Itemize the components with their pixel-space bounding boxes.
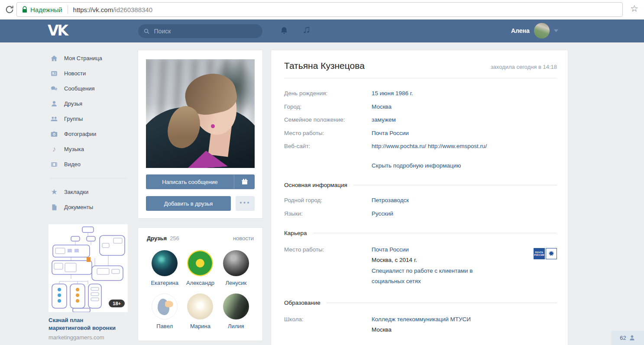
friend-item[interactable]: Екатерина xyxy=(151,250,178,286)
divider xyxy=(284,78,557,78)
music-note-icon[interactable]: ♫ xyxy=(302,24,311,35)
photos-icon xyxy=(50,130,58,139)
sidebar-item-label: Группы xyxy=(64,116,83,122)
ad-flowchart-graphic xyxy=(49,224,128,312)
friend-item[interactable]: Павел xyxy=(152,293,178,329)
friends-title[interactable]: Друзья xyxy=(147,235,167,242)
education-row: Школа: Колледж телекоммуникаций МТУСИ Мо… xyxy=(284,314,557,335)
career-period: Москва, с 2014 г. xyxy=(372,255,504,266)
friend-item[interactable]: Александр xyxy=(186,250,214,286)
groups-icon xyxy=(50,115,58,123)
friend-name[interactable]: Павел xyxy=(156,323,173,329)
profile-photo[interactable] xyxy=(146,59,255,168)
search-icon xyxy=(144,28,150,35)
ellipsis-icon: ●●● xyxy=(239,200,250,205)
friends-news-link[interactable]: новости xyxy=(233,235,254,242)
bookmark-star-icon[interactable]: ☆ xyxy=(630,3,638,14)
detail-row-website: Веб-сайт: http://www.pochta.ru/ http://w… xyxy=(284,142,557,150)
online-friends-count: 62 xyxy=(620,335,626,341)
friends-card: Друзья 256 новости Екатерина Александр Л… xyxy=(138,227,263,341)
profile-name: Татьяна Кузнецова xyxy=(284,61,365,71)
friend-name[interactable]: Лилия xyxy=(228,323,244,329)
send-message-button[interactable]: Написать сообщение xyxy=(146,179,234,185)
sidebar-item-video[interactable]: Видео xyxy=(43,157,134,172)
website-links[interactable]: http://www.pochta.ru/ http://www.emspost… xyxy=(372,142,487,150)
user-avatar xyxy=(534,23,550,39)
sidebar-item-photos[interactable]: Фотографии xyxy=(43,126,134,142)
sidebar-item-label: Музыка xyxy=(64,146,84,152)
detail-row-hometown: Родной город: Петрозаводск xyxy=(284,197,557,204)
sidebar-nav: Моя Страница Новости Сообщения Друзья Гр… xyxy=(43,51,134,341)
friend-name[interactable]: Ленусик xyxy=(225,280,246,286)
birthday-link[interactable]: 15 июня 1986 г. xyxy=(372,90,413,97)
languages-link[interactable]: Русский xyxy=(372,210,393,217)
notifications-bell-icon[interactable] xyxy=(279,26,289,38)
friend-avatar xyxy=(223,293,249,319)
add-friend-button[interactable]: Добавить в друзья xyxy=(146,196,231,211)
documents-icon xyxy=(50,203,58,212)
search-input[interactable] xyxy=(153,27,257,35)
employer-link[interactable]: Почта России xyxy=(372,245,504,255)
send-gift-button[interactable] xyxy=(234,178,255,185)
position-link[interactable]: Специалист по работе с клиентами в социа… xyxy=(372,266,504,287)
city-link[interactable]: Москва xyxy=(372,103,392,110)
detail-row-birthday: День рождения: 15 июня 1986 г. xyxy=(284,90,557,97)
sidebar-item-groups[interactable]: Группы xyxy=(43,111,134,126)
section-header-education: Образование xyxy=(284,299,557,306)
friends-count: 256 xyxy=(170,235,179,242)
friend-avatar xyxy=(223,250,249,276)
address-bar[interactable]: Надежный https://vk.com/id260388340 xyxy=(16,2,623,17)
profile-photo-card: Написать сообщение Добавить в друзья ●●● xyxy=(138,50,263,219)
section-header-career: Карьера xyxy=(284,229,557,237)
friend-avatar xyxy=(152,250,178,276)
ad-image[interactable]: 18+ xyxy=(49,224,128,312)
friend-name[interactable]: Александр xyxy=(186,280,214,286)
person-icon xyxy=(629,335,635,341)
sidebar-divider xyxy=(50,178,128,178)
sidebar-item-friends[interactable]: Друзья xyxy=(43,96,134,111)
refresh-icon[interactable] xyxy=(4,4,15,15)
friend-avatar xyxy=(187,250,213,276)
secure-label: Надежный xyxy=(30,6,62,13)
sidebar-item-bookmarks[interactable]: ★ Закладки xyxy=(43,184,134,200)
friend-item[interactable]: Ленусик xyxy=(223,250,249,286)
friend-item[interactable]: Лилия xyxy=(223,293,249,329)
sidebar-item-music[interactable]: ♪ Музыка xyxy=(43,142,134,157)
more-actions-button[interactable]: ●●● xyxy=(236,196,255,211)
employer-logo[interactable]: ПОЧТА РОССИИ xyxy=(534,248,557,287)
music-icon: ♪ xyxy=(50,145,58,154)
russian-post-eagle-icon xyxy=(546,248,557,259)
secure-indicator[interactable]: Надежный xyxy=(22,6,62,13)
online-friends-widget[interactable]: 62 xyxy=(611,331,644,345)
gift-icon xyxy=(241,178,248,185)
sidebar-item-label: Новости xyxy=(64,70,86,77)
workplace-link[interactable]: Почта России xyxy=(372,129,409,137)
vk-logo[interactable]: VK xyxy=(48,22,67,39)
header-user-menu[interactable]: Алена xyxy=(511,23,558,39)
hide-details-link[interactable]: Скрыть подробную информацию xyxy=(372,162,557,169)
career-row: Место работы: Почта России Москва, с 201… xyxy=(284,245,557,287)
user-name: Алена xyxy=(511,27,530,34)
sidebar-item-label: Документы xyxy=(64,204,93,210)
sidebar-item-documents[interactable]: Документы xyxy=(43,200,134,215)
detail-row-marital: Семейное положение: замужем xyxy=(284,116,557,123)
ad-title[interactable]: Скачай план маркетинговой воронки xyxy=(49,316,128,332)
url-path: /id260388340 xyxy=(113,6,152,13)
sidebar-item-label: Фотографии xyxy=(64,131,96,137)
friend-name[interactable]: Екатерина xyxy=(151,280,178,286)
friends-grid: Екатерина Александр Ленусик Павел Марина… xyxy=(147,250,254,329)
home-icon xyxy=(50,54,58,63)
sidebar-item-label: Друзья xyxy=(64,100,82,107)
last-seen-status: заходила сегодня в 14:18 xyxy=(491,64,557,70)
sidebar-item-messages[interactable]: Сообщения xyxy=(43,81,134,96)
school-link[interactable]: Колледж телекоммуникаций МТУСИ xyxy=(372,314,471,325)
friend-avatar xyxy=(152,293,178,319)
sidebar-item-my-page[interactable]: Моя Страница xyxy=(43,51,134,66)
header-search[interactable] xyxy=(138,24,262,38)
hometown-link[interactable]: Петрозаводск xyxy=(372,197,409,204)
messages-icon xyxy=(50,84,58,93)
friend-item[interactable]: Марина xyxy=(187,293,213,329)
sidebar-item-news[interactable]: Новости xyxy=(43,66,134,81)
russian-post-logo-text: ПОЧТА РОССИИ xyxy=(534,248,545,259)
friend-name[interactable]: Марина xyxy=(190,323,210,329)
